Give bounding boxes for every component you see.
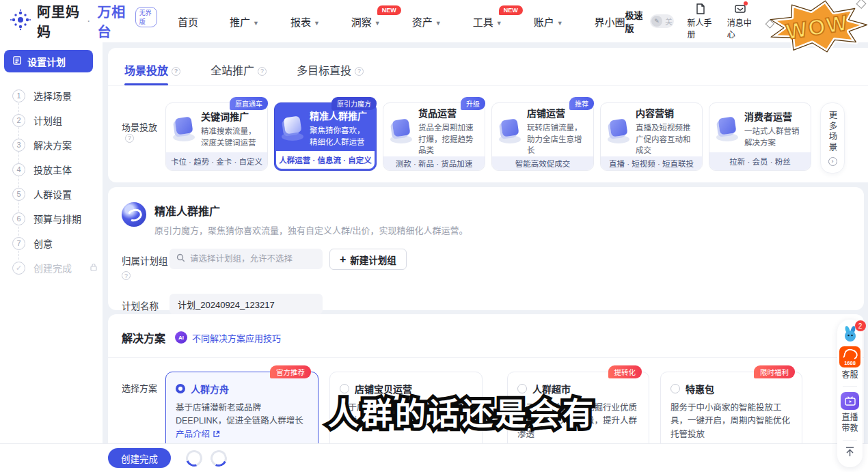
scene-cube-icon [605,117,632,145]
scene-select-panel: 场景投放? 全站推广? 多目标直投? 场景投放? 原直通车 关键词推广精准搜索流… [108,48,868,182]
brand-product: 万相台 [97,1,129,41]
scene-cards: 原直通车 关键词推广精准搜索流量，深度关键词运营 卡位 · 趋势 · 金卡 · … [165,102,845,173]
nav-item-promotion[interactable]: 推广▼ [230,14,259,29]
card-badge: 原直通车 [230,97,268,110]
scene-card-audience[interactable]: 原引力魔方 精准人群推广聚焦猜你喜欢，精细化人群运营 人群运营 · 信息流 · … [274,102,377,171]
option-special-pack[interactable]: 限时福利 特惠包 服务于中小商家的智能投放工具，一键开启，周期内智能优化托管投放 [660,372,802,451]
plan-detail-panel: 精准人群推广 原引力魔方，聚焦猜你喜欢流量，独有自定义人群/出价，实现精细化人群… [108,187,864,310]
speed-mode-toggle[interactable]: ✎ 关 [650,14,673,28]
help-icon[interactable]: ? [125,134,134,143]
help-icon[interactable]: ? [355,67,364,76]
mode-tabs: 场景投放? 全站推广? 多目标直投? [108,48,868,86]
divider [843,440,857,441]
plan-steps: 1选择场景 2计划组 3解决方案 4投放主体 5人群设置 6预算与排期 7创意 … [0,83,103,280]
solution-tips-link[interactable]: 不同解决方案应用技巧 [192,331,281,344]
plan-section-desc: 原引力魔方，聚焦猜你喜欢流量，独有自定义人群/出价，实现精细化人群运营。 [154,223,468,236]
help-icon[interactable]: ? [258,67,267,76]
name-field-label: 计划名称 [122,294,169,312]
tab-multi-goal[interactable]: 多目标直投? [297,61,364,85]
brand-logo[interactable]: 阿里妈妈 · 万相台 无界版 [10,1,157,41]
tab-sitewide[interactable]: 全站推广? [211,61,267,85]
chevron-down-icon: ▼ [375,20,381,27]
conversion-badge: 提转化 [608,365,642,378]
external-link-icon [213,429,220,442]
video-subtitle: 人群的话还是会有 人群的话还是会有 [328,389,596,434]
lock-icon [90,262,98,274]
more-scenes-button[interactable]: 更多场景 › [820,102,845,173]
edition-badge: 无界版 [135,7,157,27]
scene-card-goods[interactable]: 升级 货品运营货品全周期加速打爆，挖掘趋势品类 测款 · 新品 · 货品加速 [383,102,485,171]
card-badge: 升级 [461,97,485,110]
help-icon[interactable]: ? [172,67,180,76]
audience-sphere-icon [122,202,146,227]
radio-icon[interactable] [670,384,680,393]
scene-row-label: 场景投放? [122,120,165,173]
step-creative[interactable]: 7创意 [0,231,103,255]
customer-service-label[interactable]: 客服 [841,370,858,380]
plan-group-input[interactable] [190,254,316,264]
loading-spinner [183,447,205,469]
product-intro-link[interactable]: 产品介绍 [176,430,220,439]
tab-scene-delivery[interactable]: 场景投放? [124,61,180,85]
nav-item-insight[interactable]: 洞察▼NEW [351,14,381,29]
brand-separator: · [87,15,90,27]
clipboard-icon [12,55,22,67]
chevron-down-icon: ▼ [435,20,442,27]
sidebar-active-label: 设置计划 [27,55,66,68]
message-center-link[interactable]: 消息中心 [727,3,753,40]
left-sidebar: 设置计划 1选择场景 2计划组 3解决方案 4投放主体 5人群设置 6预算与排期… [0,42,103,472]
scene-card-content[interactable]: 内容营销直播及短视频推广促内容互动和成交 直播 · 短视频 · 短直联投 [600,102,703,171]
scene-cube-icon [714,115,741,143]
step-target[interactable]: 4投放主体 [0,157,103,182]
scene-cube-icon [279,115,306,142]
loading-spinner [208,447,230,469]
mascot-icon[interactable]: 2 [841,325,859,346]
logo-1688[interactable]: 1688 [839,346,860,367]
radio-checked-icon[interactable] [176,384,185,393]
chevron-down-icon: ▼ [557,20,563,27]
alimama-starburst-icon [10,9,31,33]
official-badge: 官方推荐 [270,365,311,378]
check-icon: ✓ [12,262,25,275]
plan-name-input[interactable] [169,294,323,314]
step-budget[interactable]: 6预算与排期 [0,206,103,231]
plan-group-select[interactable] [169,249,323,269]
step-select-scene[interactable]: 1选择场景 [0,83,103,108]
back-to-top-button[interactable] [844,446,856,460]
nav-item-jiexiaoquan[interactable]: 界小圈 [595,14,625,29]
create-complete-button[interactable]: 创建完成 [108,448,171,468]
live-teaching-icon[interactable] [841,392,859,410]
card-badge: 推荐 [569,97,594,110]
search-icon [176,253,185,265]
step-solution[interactable]: 3解决方案 [0,133,103,157]
live-teaching-label[interactable]: 直播 带教 [841,412,858,434]
nav-item-home[interactable]: 首页 [178,14,198,29]
scene-card-shop[interactable]: 推荐 店铺运营玩转店铺流量，助力全店生意增长 智能高效促成交 [491,102,594,171]
scene-card-consumer[interactable]: 消费者运营一站式人群营销解决方案 拉新 · 会员 · 粉丝 [709,102,811,171]
sidebar-item-setup-plan[interactable]: 设置计划 [4,50,93,72]
floating-toolbar: 2 1688 客服 直播 带教 [837,320,863,467]
nav-item-tools[interactable]: 工具▼NEW [473,14,502,29]
nav-item-reports[interactable]: 报表▼ [290,14,320,29]
scene-cube-icon [496,117,524,145]
footer-bar: 创建完成 [0,444,868,472]
scene-cube-icon [170,115,198,143]
brand-company: 阿里妈妈 [37,1,80,41]
step-audience[interactable]: 5人群设置 [0,182,103,206]
mail-icon [734,3,746,15]
nav-item-assets[interactable]: 资产▼ [412,14,442,29]
manual-doc-icon [694,3,707,15]
option-audience-ark[interactable]: 官方推荐 人群方舟 基于店铺潜新老或品牌DEEPLINK，促进全链路人群增长产品… [165,372,318,451]
step-plan-group[interactable]: 2计划组 [0,108,103,133]
new-badge: NEW [499,5,523,15]
help-icon[interactable]: ? [122,271,131,280]
speed-mode-label: 极速版 [625,8,647,34]
unread-dot [744,1,748,5]
new-group-button[interactable]: + 新建计划组 [329,249,407,270]
new-badge: NEW [377,5,401,15]
limited-badge: 限时福利 [754,365,795,378]
nav-item-account[interactable]: 账户▼ [534,14,563,29]
scene-card-keyword[interactable]: 原直通车 关键词推广精准搜索流量，深度关键词运营 卡位 · 趋势 · 金卡 · … [165,102,268,171]
manual-link[interactable]: 新人手册 [688,3,714,40]
notification-count-badge: 2 [855,320,866,331]
